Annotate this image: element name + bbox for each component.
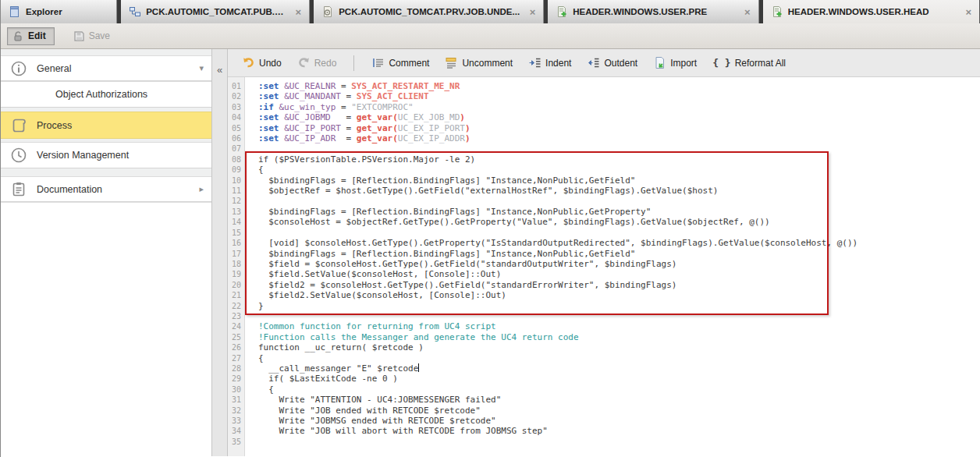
collapse-sidebar-icon[interactable]: « xyxy=(212,65,227,75)
sidebar-item-general[interactable]: General▾ xyxy=(1,55,211,81)
sidebar-item-documentation[interactable]: Documentation▸ xyxy=(1,176,211,202)
code-token: SYS_ACT_CLIENT xyxy=(357,91,429,101)
code-line-06[interactable]: :set &UC_IP_ADR = get_var(UC_EX_IP_ADDR) xyxy=(258,133,980,143)
chevron-down-icon[interactable]: ▾ xyxy=(199,63,204,73)
sidebar-item-label: Version Management xyxy=(37,150,129,161)
line-number: 02 xyxy=(228,91,244,101)
line-number: 22 xyxy=(228,301,244,311)
code-token: if ($PSVersionTable.PSVersion.Major -le … xyxy=(258,154,475,165)
code-line-09[interactable]: { xyxy=(258,165,980,175)
tab-pck-automic-tomcat-pub-action-u[interactable]: PCK.AUTOMIC_TOMCAT.PUB.ACTION.U...× xyxy=(121,0,310,23)
code-token: get_var( xyxy=(357,133,398,143)
code-token: :set xyxy=(258,91,279,101)
code-line-26[interactable]: function __uc_return( $retcode ) xyxy=(258,342,980,352)
line-number: 06 xyxy=(228,133,244,143)
tab-header-windows-user-pre[interactable]: HEADER.WINDOWS.USER.PRE× xyxy=(548,0,758,23)
code-token: = xyxy=(336,102,351,112)
code-token: &UC_REALNR xyxy=(284,81,336,91)
code-line-01[interactable]: :set &UC_REALNR = SYS_ACT_RESTART_ME_NR xyxy=(258,81,980,91)
code-line-31[interactable]: Write "ATTENTION - UC4:JOBMESSENGER fail… xyxy=(258,395,980,405)
code-line-20[interactable]: $field2 = $consoleHost.GetType().GetFiel… xyxy=(258,280,980,290)
tab-explorer[interactable]: Explorer xyxy=(1,0,117,23)
code-line-28[interactable]: __call_messanger "E" $retcode xyxy=(258,363,980,374)
code-token: "EXTCOMPROC" xyxy=(351,102,413,112)
code-line-32[interactable]: Write "JOB ended with RETCODE $retcode" xyxy=(258,406,980,416)
code-column[interactable]: :set &UC_REALNR = SYS_ACT_RESTART_ME_NR:… xyxy=(245,77,980,456)
sidebar-item-object-authorizations[interactable]: Object Authorizations xyxy=(1,81,211,108)
code-line-34[interactable]: Write "JOB will abort with RETCODE from … xyxy=(258,426,980,436)
sidebar-item-process[interactable]: Process xyxy=(1,112,211,139)
sidebar: General▾Object AuthorizationsProcessVers… xyxy=(1,49,212,456)
line-number: 35 xyxy=(228,437,244,447)
line-number: 18 xyxy=(228,259,244,269)
import-button[interactable]: Import xyxy=(647,53,703,73)
code-area[interactable]: 0102030405060708091011121314151617181920… xyxy=(228,77,980,456)
line-number: 16 xyxy=(228,238,244,248)
reformat-all-button[interactable]: { }Reformat All xyxy=(706,54,792,72)
clock-icon xyxy=(10,147,27,164)
code-token: $bindingFlags = [Reflection.BindingFlags… xyxy=(258,207,651,217)
code-line-12[interactable] xyxy=(258,196,980,206)
code-line-19[interactable]: $field.SetValue($consoleHost, [Console]:… xyxy=(258,269,980,279)
code-line-08[interactable]: if ($PSVersionTable.PSVersion.Major -le … xyxy=(258,154,980,165)
code-line-33[interactable]: Write "JOBMSG ended with RETCODE $retcod… xyxy=(258,416,980,426)
info-icon xyxy=(10,60,27,77)
comment-button[interactable]: Comment xyxy=(365,53,435,73)
code-token: = xyxy=(336,133,357,143)
chevron-right-icon[interactable]: ▸ xyxy=(199,184,204,194)
code-line-11[interactable]: $objectRef = $host.GetType().GetField("e… xyxy=(258,186,980,196)
code-line-03[interactable]: :if &uc_win_typ = "EXTCOMPROC" xyxy=(258,102,980,112)
sidebar-collapse-strip[interactable]: « xyxy=(212,49,228,456)
code-line-18[interactable]: $field = $consoleHost.GetType().GetField… xyxy=(258,259,980,269)
code-line-13[interactable]: $bindingFlags = [Reflection.BindingFlags… xyxy=(258,207,980,217)
code-line-35[interactable] xyxy=(258,437,980,447)
tab-label: HEADER.WINDOWS.USER.PRE xyxy=(573,7,738,16)
redo-button[interactable]: Redo xyxy=(291,53,343,73)
code-line-15[interactable] xyxy=(258,228,980,238)
code-token: get_var( xyxy=(357,112,398,122)
close-tab-icon[interactable]: × xyxy=(964,7,973,17)
line-number: 13 xyxy=(228,207,244,217)
code-line-21[interactable]: $field2.SetValue($consoleHost, [Console]… xyxy=(258,290,980,300)
code-line-17[interactable]: $bindingFlags = [Reflection.BindingFlags… xyxy=(258,249,980,259)
code-line-22[interactable]: } xyxy=(258,301,980,311)
edit-button[interactable]: Edit xyxy=(7,27,55,45)
code-line-04[interactable]: :set &UC_JOBMD = get_var(UC_EX_JOB_MD) xyxy=(258,112,980,122)
code-line-07[interactable] xyxy=(258,143,980,154)
comment-icon xyxy=(371,56,385,69)
line-number: 04 xyxy=(228,112,244,122)
code-line-10[interactable]: $bindingFlags = [Reflection.BindingFlags… xyxy=(258,175,980,186)
tab-pck-automic-tomcat-prv-job-unde[interactable]: PCK.AUTOMIC_TOMCAT.PRV.JOB.UNDE...× xyxy=(314,0,544,23)
code-token: Write "JOB ended with RETCODE $retcode" xyxy=(258,406,481,416)
code-token: = xyxy=(336,81,351,91)
code-token: :set xyxy=(258,133,279,143)
sidebar-item-version-management[interactable]: Version Management xyxy=(1,142,211,168)
outdent-button[interactable]: Outdent xyxy=(581,53,644,73)
uncomment-button[interactable]: Uncomment xyxy=(439,53,519,73)
save-button[interactable]: Save xyxy=(69,28,118,44)
close-tab-icon[interactable]: × xyxy=(528,7,538,17)
code-token: Write "ATTENTION - UC4:JOBMESSENGER fail… xyxy=(258,395,501,405)
code-line-16[interactable]: [void] $consoleHost.GetType().GetPropert… xyxy=(258,238,980,248)
tab-label: PCK.AUTOMIC_TOMCAT.PUB.ACTION.U... xyxy=(146,7,289,16)
line-number: 31 xyxy=(228,395,244,405)
undo-button[interactable]: Undo xyxy=(236,53,288,73)
code-line-25[interactable]: !Function calls the Messanger and genera… xyxy=(258,332,980,342)
code-token: SYS_ACT_RESTART_ME_NR xyxy=(351,81,460,91)
close-tab-icon[interactable]: × xyxy=(743,7,752,17)
uncomment-icon xyxy=(445,56,458,69)
tab-header-windows-user-head[interactable]: HEADER.WINDOWS.USER.HEAD× xyxy=(763,0,980,23)
code-line-23[interactable] xyxy=(258,311,980,321)
code-line-14[interactable]: $consoleHost = $objectRef.GetType().GetP… xyxy=(258,217,980,227)
indent-button[interactable]: Indent xyxy=(522,53,577,73)
code-token: = xyxy=(331,112,357,122)
code-line-24[interactable]: !Common function for returning from UC4 … xyxy=(258,321,980,331)
toolbar-button-label: Indent xyxy=(545,58,571,69)
code-line-02[interactable]: :set &UC_MANDANT = SYS_ACT_CLIENT xyxy=(258,91,980,101)
braces-icon: { } xyxy=(712,57,730,69)
code-line-30[interactable]: { xyxy=(258,384,980,395)
code-line-27[interactable]: { xyxy=(258,353,980,363)
code-line-05[interactable]: :set &UC_IP_PORT = get_var(UC_EX_IP_PORT… xyxy=(258,123,980,133)
close-tab-icon[interactable]: × xyxy=(294,7,304,17)
code-line-29[interactable]: if( $LastExitCode -ne 0 ) xyxy=(258,374,980,384)
